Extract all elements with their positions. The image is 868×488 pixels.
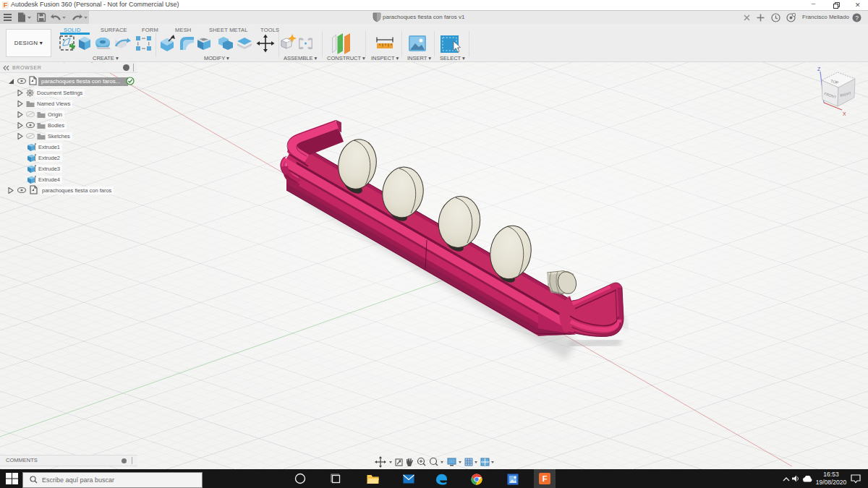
svg-text:?: ? <box>855 14 859 21</box>
svg-text:Z: Z <box>817 67 821 72</box>
svg-text:X: X <box>843 111 846 116</box>
